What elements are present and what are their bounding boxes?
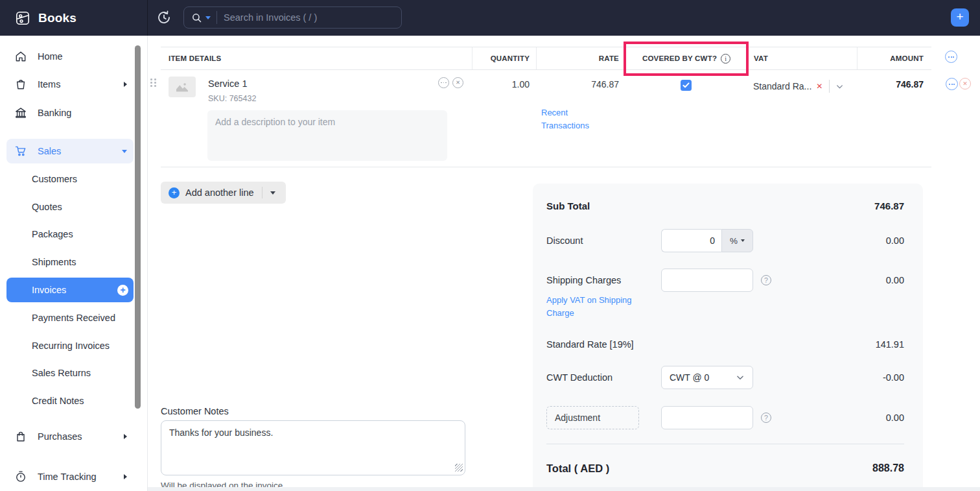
sidebar: Home Items Banking Sales Customers Quote…	[0, 36, 148, 491]
cwt-deduction-select[interactable]: CWT @ 0	[661, 366, 753, 389]
customer-notes-label: Customer Notes	[161, 406, 229, 416]
discount-unit-dropdown[interactable]: %	[721, 229, 753, 252]
shopping-bag-icon	[14, 430, 27, 443]
discount-amount: 0.00	[886, 235, 904, 246]
total-amount: 888.78	[872, 462, 904, 474]
help-icon[interactable]: ?	[761, 413, 771, 423]
sidebar-item-quotes[interactable]: Quotes	[6, 195, 134, 219]
item-description-input[interactable]	[207, 110, 447, 161]
new-invoice-plus-icon[interactable]: +	[117, 285, 128, 296]
add-another-line-button[interactable]: + Add another line	[161, 182, 286, 204]
covered-by-cwt-checkbox[interactable]	[681, 80, 692, 91]
expand-arrow-icon	[124, 434, 127, 439]
sub-total-value: 746.87	[874, 200, 904, 211]
item-bag-icon	[14, 78, 27, 91]
shipping-charges-input[interactable]	[661, 269, 753, 292]
sidebar-item-recurring-invoices[interactable]: Recurring Invoices	[6, 333, 134, 358]
textarea-resize-handle-icon[interactable]	[455, 464, 463, 472]
recent-history-icon[interactable]	[156, 10, 172, 25]
search-input[interactable]	[217, 12, 401, 23]
adjustment-input[interactable]	[661, 406, 753, 429]
adjustment-amount: 0.00	[886, 413, 904, 423]
sidebar-item-invoices[interactable]: Invoices +	[6, 278, 134, 302]
sidebar-item-packages[interactable]: Packages	[6, 222, 134, 246]
col-header-covered-by-cwt: COVERED BY CWT? i	[625, 47, 747, 69]
caret-down-icon	[741, 239, 745, 242]
sidebar-item-shipments[interactable]: Shipments	[6, 250, 134, 274]
shipping-charges-label: Shipping Charges	[546, 275, 621, 285]
stopwatch-icon	[14, 470, 27, 483]
chevron-down-icon	[736, 373, 745, 382]
zoho-books-logo-icon	[14, 10, 31, 27]
sidebar-item-time-tracking[interactable]: Time Tracking	[6, 464, 134, 489]
cwt-deduction-amount: -0.00	[883, 372, 904, 383]
rate-value[interactable]: 746.87	[536, 79, 619, 90]
recent-transactions-link[interactable]: Recent Transactions	[541, 106, 596, 132]
amount-value: 746.87	[857, 79, 924, 90]
table-header-row: ITEM DETAILS QUANTITY RATE COVERED BY CW…	[161, 47, 931, 70]
item-sku: SKU: 765432	[208, 94, 256, 103]
row-delete-icon[interactable]: ✕	[959, 78, 971, 90]
item-name[interactable]: Service 1	[208, 78, 247, 89]
row-options-icon[interactable]	[946, 78, 958, 90]
sidebar-scrollbar[interactable]	[135, 45, 141, 409]
vat-selection: Standard Ra... ✕	[753, 80, 844, 93]
app-name: Books	[38, 11, 76, 25]
expand-arrow-icon	[124, 474, 127, 479]
cart-icon	[14, 145, 27, 158]
adjustment-field-button[interactable]: Adjustment	[546, 406, 639, 429]
standard-rate-amount: 141.91	[876, 339, 904, 350]
discount-label: Discount	[546, 235, 583, 246]
item-image-placeholder-icon[interactable]	[169, 77, 196, 97]
sidebar-item-customers[interactable]: Customers	[6, 167, 134, 191]
sub-total-label: Sub Total	[546, 200, 590, 211]
sidebar-item-credit-notes[interactable]: Credit Notes	[6, 389, 134, 413]
col-header-amount: AMOUNT	[857, 47, 931, 69]
app-logo[interactable]: Books	[0, 0, 148, 36]
vat-clear-icon[interactable]: ✕	[816, 82, 822, 91]
col-header-item-details: ITEM DETAILS	[161, 47, 472, 69]
total-label: Total ( AED )	[546, 462, 609, 475]
table-options-icon[interactable]	[945, 51, 957, 63]
sidebar-item-home[interactable]: Home	[6, 44, 134, 69]
sidebar-item-payments-received[interactable]: Payments Received	[6, 305, 134, 330]
search-icon[interactable]	[191, 12, 202, 23]
home-icon	[14, 50, 27, 63]
expand-arrow-icon	[124, 82, 127, 87]
apply-vat-on-shipping-link[interactable]: Apply VAT on Shipping Charge	[546, 294, 644, 320]
row-drag-handle-icon[interactable]	[150, 78, 157, 90]
help-icon[interactable]: ?	[761, 275, 771, 285]
cwt-deduction-label: CWT Deduction	[546, 372, 612, 383]
standard-rate-label: Standard Rate [19%]	[546, 339, 634, 350]
col-header-vat: VAT	[747, 47, 857, 69]
summary-divider	[546, 444, 904, 444]
invoice-editor-main: ITEM DETAILS QUANTITY RATE COVERED BY CW…	[148, 36, 980, 491]
discount-input[interactable]	[661, 229, 721, 252]
sidebar-item-purchases[interactable]: Purchases	[6, 424, 134, 449]
vat-chevron-down-icon[interactable]	[835, 82, 844, 91]
topbar: Books +	[0, 0, 980, 36]
item-more-options-icon[interactable]	[438, 77, 449, 88]
sidebar-item-sales[interactable]: Sales	[6, 139, 134, 163]
quick-create-button[interactable]: +	[951, 8, 969, 27]
col-header-rate: RATE	[536, 47, 625, 69]
table-row: Service 1 SKU: 765432 ✕ 1.00 746.87 Rece…	[161, 70, 931, 167]
plus-circle-icon: +	[169, 187, 180, 198]
col-header-quantity: QUANTITY	[472, 47, 536, 69]
item-remove-icon[interactable]: ✕	[452, 77, 463, 88]
sidebar-item-items[interactable]: Items	[6, 72, 134, 97]
vat-divider	[829, 80, 830, 93]
invoice-summary-panel: Sub Total 746.87 Discount % 0.00 Shippin…	[533, 184, 923, 491]
line-items-table: ITEM DETAILS QUANTITY RATE COVERED BY CW…	[161, 47, 931, 167]
add-line-dropdown-caret-icon[interactable]	[270, 191, 275, 195]
sidebar-item-sales-returns[interactable]: Sales Returns	[6, 361, 134, 385]
horizontal-scrollbar-track[interactable]	[148, 487, 980, 491]
info-icon[interactable]: i	[721, 54, 730, 64]
bank-icon	[14, 106, 27, 119]
search-scope-caret-icon[interactable]	[205, 16, 211, 19]
customer-notes-input[interactable]: Thanks for your business.	[161, 420, 465, 475]
global-search	[183, 6, 402, 29]
vat-value[interactable]: Standard Ra...	[753, 81, 811, 91]
sidebar-item-banking[interactable]: Banking	[6, 101, 134, 125]
quantity-value[interactable]: 1.00	[472, 79, 530, 90]
